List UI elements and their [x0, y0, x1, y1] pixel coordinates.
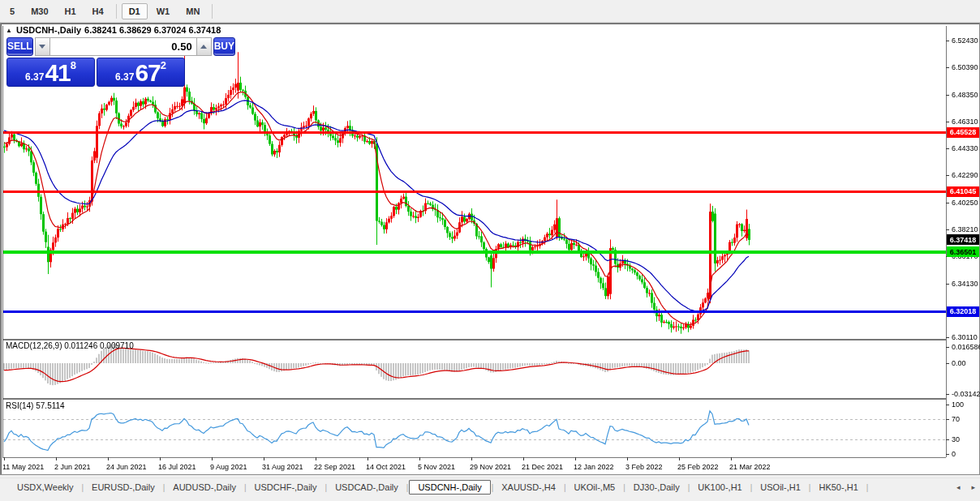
price-axis-label: 6.50390 — [952, 63, 978, 71]
tab-separator: | — [688, 483, 690, 492]
one-click-trading-widget: SELL BUY 6.37418 6.37672 — [6, 37, 187, 87]
chart-tab-bar: USDX,Weekly|EURUSD-,Daily|AUDUSD-,Daily|… — [0, 477, 980, 496]
price-line-badge: 6.32018 — [947, 306, 979, 317]
buy-price-button[interactable]: 6.37672 — [97, 58, 185, 87]
scroll-tabs-right-icon[interactable]: ▸ — [971, 483, 975, 491]
volume-increase-button[interactable] — [196, 37, 212, 56]
price-line-badge: 6.41045 — [947, 186, 979, 197]
scroll-tabs-left-icon[interactable]: ◂ — [956, 483, 961, 491]
buy-price-fraction: 2 — [161, 59, 166, 71]
date-axis-label: 21 Mar 2022 — [729, 463, 771, 471]
price-line-badge: 6.45528 — [947, 127, 979, 138]
sell-price-fraction: 8 — [71, 59, 76, 71]
tab-separator: | — [564, 483, 566, 492]
chart-tab-uk100-h1[interactable]: UK100-,H1 — [690, 481, 749, 494]
chart-tab-usdchf-daily[interactable]: USDCHF-,Daily — [247, 481, 325, 494]
buy-price-prefix: 6.37 — [115, 71, 134, 83]
chart-title-ohlc: USDCNH-,Daily6.38241 6.38629 6.37024 6.3… — [16, 25, 224, 35]
chart-tab-dj30-daily[interactable]: DJ30-,Daily — [626, 481, 687, 494]
chart-tab-usdx-weekly[interactable]: USDX,Weekly — [10, 481, 80, 494]
price-axis-label: 6.38210 — [952, 225, 978, 233]
chart-tab-xauusd-h4[interactable]: XAUUSD-,H4 — [494, 481, 563, 494]
chart-tab-usdcnh-daily[interactable]: USDCNH-,Daily — [409, 480, 490, 495]
triangle-down-icon — [39, 45, 45, 49]
date-axis-label: 22 Sep 2021 — [314, 463, 355, 471]
chart-tab-usdcad-daily[interactable]: USDCAD-,Daily — [328, 481, 406, 494]
date-axis-label: 9 Aug 2021 — [210, 463, 247, 471]
volume-input[interactable] — [50, 37, 196, 56]
chart-tab-hk50-h1[interactable]: HK50-,H1 — [811, 481, 865, 494]
rsi-indicator-label: RSI(14) 57.5114 — [6, 401, 65, 410]
chart-tab-usoil-h1[interactable]: USOil-,H1 — [753, 481, 808, 494]
price-axis-label: 6.42290 — [952, 171, 978, 179]
collapse-trade-panel-icon[interactable]: ▲ — [6, 27, 12, 34]
macd-axis-label: 0.016586 — [952, 343, 980, 351]
buy-button[interactable]: BUY — [213, 37, 235, 56]
date-axis-label: 16 Jul 2021 — [158, 463, 196, 471]
chart-tab-eurusd-daily[interactable]: EURUSD-,Daily — [84, 481, 162, 494]
rsi-axis-label: 70 — [952, 415, 960, 423]
chart-tab-ukoil-m5[interactable]: UKOil-,M5 — [566, 481, 622, 494]
sell-price-pips: 41 — [45, 61, 70, 85]
tab-separator: | — [492, 483, 494, 492]
volume-decrease-button[interactable] — [35, 37, 50, 56]
price-line-badge: 6.37418 — [947, 234, 979, 245]
date-axis-label: 12 Jan 2022 — [574, 463, 614, 471]
tab-separator: | — [750, 483, 753, 492]
chart-tab-audusd-daily[interactable]: AUDUSD-,Daily — [165, 481, 243, 494]
symbol-name: USDCNH-,Daily — [16, 25, 81, 35]
tab-separator: | — [809, 483, 811, 492]
price-axis-label: 6.40250 — [952, 199, 978, 207]
macd-axis-label: 0.00 — [952, 359, 966, 367]
price-axis-label: 6.44330 — [952, 144, 978, 152]
date-axis-label: 29 Nov 2021 — [470, 463, 511, 471]
tab-separator: | — [81, 483, 84, 492]
ohlc-values: 6.38241 6.38629 6.37024 6.37418 — [84, 25, 221, 35]
tab-separator: | — [325, 483, 328, 492]
sell-price-button[interactable]: 6.37418 — [6, 58, 95, 87]
sell-button[interactable]: SELL — [6, 37, 33, 56]
tab-separator: | — [406, 483, 409, 492]
trading-terminal: { "toolbar": { "timeframes": ["5","M30",… — [0, 0, 980, 501]
tab-separator: | — [866, 483, 869, 492]
buy-price-pips: 67 — [135, 61, 160, 85]
rsi-axis-label: 30 — [952, 435, 960, 443]
price-axis-label: 6.48350 — [952, 91, 978, 99]
tab-separator: | — [163, 483, 165, 492]
rsi-axis-label: 100 — [952, 400, 964, 409]
tab-separator: | — [623, 483, 625, 492]
date-axis-label: 14 Oct 2021 — [366, 463, 406, 471]
triangle-up-icon — [200, 45, 207, 49]
date-axis-label: 31 Aug 2021 — [262, 463, 303, 471]
sell-price-prefix: 6.37 — [25, 71, 44, 83]
price-axis-label: 6.46310 — [952, 118, 978, 126]
price-axis-label: 6.52430 — [952, 36, 978, 45]
macd-axis-label: -0.031421 — [952, 390, 980, 398]
date-axis-label: 2 Jun 2021 — [54, 463, 91, 471]
macd-indicator-label: MACD(12,26,9) 0.011246 0.009710 — [6, 341, 134, 350]
date-axis-label: 3 Feb 2022 — [625, 463, 663, 471]
price-line-badge: 6.36501 — [947, 246, 979, 257]
date-axis-label: 21 Dec 2021 — [522, 463, 563, 471]
date-axis-label: 5 Nov 2021 — [418, 463, 455, 471]
date-axis-label: 25 Feb 2022 — [677, 463, 719, 471]
rsi-axis-label: 0 — [952, 450, 956, 458]
tab-separator: | — [244, 483, 247, 492]
date-axis-label: 24 Jun 2021 — [106, 463, 147, 471]
date-axis-label: 11 May 2021 — [2, 463, 44, 471]
price-axis-label: 6.30110 — [952, 333, 978, 341]
price-axis-label: 6.34130 — [952, 280, 978, 288]
